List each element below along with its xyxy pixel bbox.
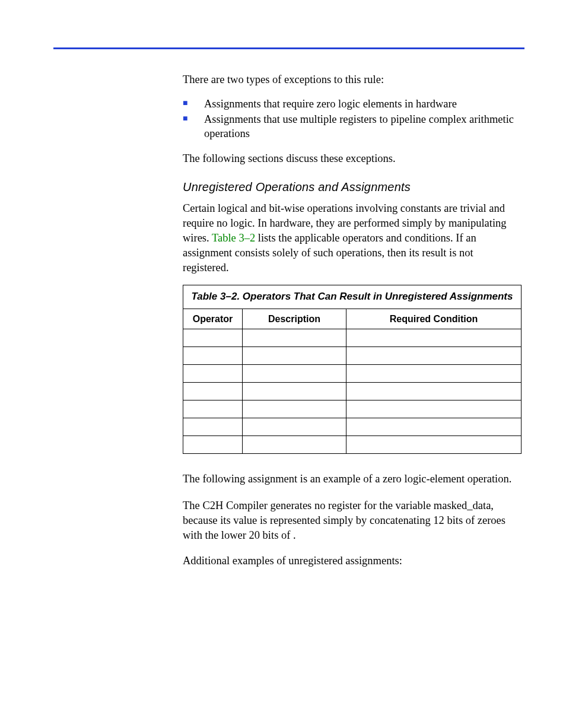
td [183, 436, 243, 454]
td [346, 383, 522, 400]
section-heading-unregistered: Unregistered Operations and Assignments [183, 179, 522, 195]
td [183, 347, 243, 365]
table-body [183, 329, 522, 454]
td [243, 329, 346, 347]
page: There are two types of exceptions to thi… [0, 0, 566, 728]
td [243, 400, 346, 418]
td [346, 347, 522, 365]
table-row [183, 383, 522, 400]
td [183, 329, 243, 347]
td [183, 383, 243, 400]
after-table-paragraph: The following assignment is an example o… [183, 472, 522, 487]
td [346, 436, 522, 454]
td [243, 347, 346, 365]
td [243, 365, 346, 383]
table-header-row: Operator Description Required Condition [183, 309, 522, 329]
table-reference-link[interactable]: Table 3–2 [212, 232, 255, 244]
td [346, 418, 522, 436]
td [183, 400, 243, 418]
table-row [183, 347, 522, 365]
body-paragraph-2: The C2H Compiler generates no register f… [183, 498, 522, 544]
td [183, 418, 243, 436]
after-bullets-paragraph: The following sections discuss these exc… [183, 151, 522, 166]
table-row [183, 418, 522, 436]
td [243, 418, 346, 436]
table-row [183, 329, 522, 347]
td [346, 365, 522, 383]
table-row [183, 436, 522, 454]
table-row [183, 400, 522, 418]
td [243, 436, 346, 454]
para2-text-a: The C2H Compiler generates no register f… [183, 500, 505, 541]
td [346, 400, 522, 418]
para2-text-b: . [293, 529, 296, 541]
table-title: Table 3–2. Operators That Can Result in … [183, 285, 522, 309]
exception-bullet-list: Assignments that require zero logic elem… [183, 97, 522, 141]
th-condition: Required Condition [346, 309, 522, 329]
body-paragraph-1: Certain logical and bit-wise operations … [183, 201, 522, 275]
content-area: There are two types of exceptions to thi… [183, 47, 522, 568]
intro-paragraph: There are two types of exceptions to thi… [183, 72, 522, 87]
th-description: Description [243, 309, 346, 329]
bullet-item: Assignments that use multiple registers … [183, 112, 522, 141]
operators-table: Table 3–2. Operators That Can Result in … [183, 285, 522, 454]
bullet-item: Assignments that require zero logic elem… [183, 97, 522, 111]
td [243, 383, 346, 400]
td [183, 365, 243, 383]
table-title-row: Table 3–2. Operators That Can Result in … [183, 285, 522, 309]
td [346, 329, 522, 347]
th-operator: Operator [183, 309, 243, 329]
top-rule [53, 47, 524, 49]
body-paragraph-3: Additional examples of unregistered assi… [183, 554, 522, 568]
table-row [183, 365, 522, 383]
